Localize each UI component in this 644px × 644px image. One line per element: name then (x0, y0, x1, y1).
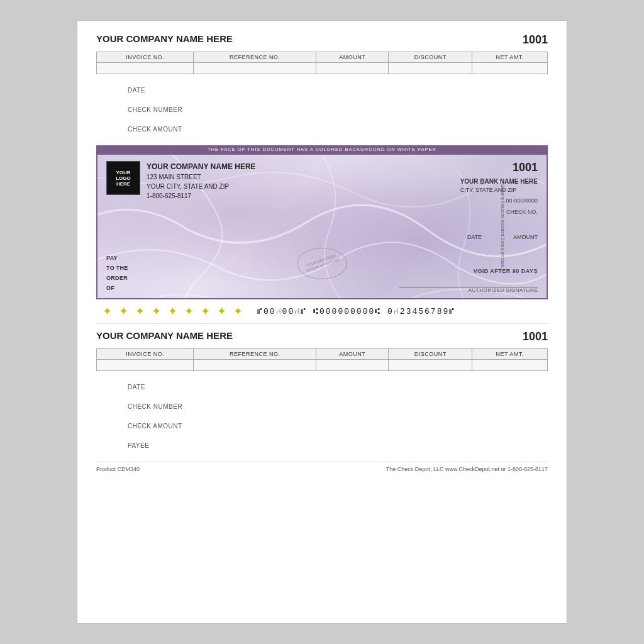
pay-line1: PAY (106, 253, 128, 263)
check-number: 1001 (460, 161, 538, 174)
bottom-cell-net (472, 360, 548, 371)
bottom-stub-fields: DATE CHECK NUMBER CHECK AMOUNT PAYEE (96, 380, 548, 449)
oval-text: FOUR PER PAGEORDER WITH EASE (304, 253, 340, 274)
bottom-col-amount: AMOUNT (316, 349, 389, 360)
check-date-label: DATE (467, 234, 482, 240)
bottom-col-reference-no: REFERENCE NO. (194, 349, 316, 360)
micr-stars: ✦ ✦ ✦ ✦ ✦ ✦ ✦ ✦ ✦ (103, 304, 245, 318)
bottom-cell-reference (194, 360, 316, 371)
pay-line3: ORDER (106, 273, 128, 283)
void-label: VOID AFTER 90 DAYS (399, 268, 538, 274)
bottom-check-number: 1001 (523, 330, 548, 343)
logo-line1: YOUR (116, 170, 130, 175)
security-banner: THE FACE OF THIS DOCUMENT HAS A COLORED … (96, 145, 548, 153)
top-stub-fields: DATE CHECK NUMBER CHECK AMOUNT (96, 83, 548, 133)
check-address1: 123 MAIN STREET (147, 172, 256, 182)
cell-invoice-no (97, 63, 194, 74)
bottom-stub: YOUR COMPANY NAME HERE 1001 INVOICE NO. … (96, 324, 548, 449)
check-oval-watermark: FOUR PER PAGEORDER WITH EASE (297, 248, 347, 279)
pay-line2: TO THE (106, 263, 128, 273)
check-section: YOUR LOGO HERE YOUR COMPANY NAME HERE 12… (96, 153, 548, 299)
cell-amount (316, 63, 389, 74)
footer-company: The Check Depot, LLC www.CheckDepot.net … (386, 466, 548, 472)
check-amount-label: AMOUNT (513, 234, 538, 240)
security-side-label: Security Features Included Details on ba… (501, 184, 506, 269)
check-phone: 1-800-625-8117 (147, 191, 256, 201)
bottom-check-amount-field: CHECK AMOUNT (128, 423, 548, 430)
authorized-signature-label: AUTHORIZED SIGNATURE (399, 287, 538, 293)
col-net-amt: NET AMT. (472, 52, 548, 63)
check-left-info: YOUR LOGO HERE YOUR COMPANY NAME HERE 12… (106, 161, 256, 201)
bank-name: YOUR BANK NAME HERE (460, 177, 538, 186)
pay-line4: OF (106, 283, 128, 293)
logo-line2: LOGO (116, 175, 131, 181)
cell-reference-no (194, 63, 316, 74)
cell-discount (388, 63, 472, 74)
check-void-sig: VOID AFTER 90 DAYS AUTHORIZED SIGNATURE (399, 264, 538, 293)
cell-net-amt (472, 63, 548, 74)
bottom-cell-discount (388, 360, 472, 371)
footer-product: Product CDM340 (96, 466, 140, 472)
top-date-field: DATE (128, 87, 548, 94)
top-stub-header: YOUR COMPANY NAME HERE 1001 (96, 33, 548, 47)
page-footer: Product CDM340 The Check Depot, LLC www.… (96, 462, 548, 472)
bottom-payee-field: PAYEE (128, 442, 548, 449)
top-stub-table: INVOICE NO. REFERENCE NO. AMOUNT DISCOUN… (96, 52, 548, 74)
check-top-row: YOUR LOGO HERE YOUR COMPANY NAME HERE 12… (106, 161, 538, 215)
top-company-name: YOUR COMPANY NAME HERE (96, 33, 233, 44)
bottom-col-invoice-no: INVOICE NO. (97, 349, 194, 360)
top-stub: YOUR COMPANY NAME HERE 1001 INVOICE NO. … (96, 33, 548, 133)
check-bank-info: YOUR BANK NAME HERE CITY, STATE AND ZIP (460, 177, 538, 195)
bottom-date-field: DATE (128, 384, 548, 391)
logo-line3: HERE (116, 181, 130, 187)
bottom-check-number-field: CHECK NUMBER (128, 403, 548, 410)
bottom-stub-header: YOUR COMPANY NAME HERE 1001 (96, 330, 548, 343)
micr-numbers: ⑈00⑁00⑁⑈ ⑆000000000⑆ 0⑁23456789⑈ (257, 307, 455, 316)
bottom-col-net-amt: NET AMT. (472, 349, 548, 360)
check-address2: YOUR CITY, STATE AND ZIP (147, 182, 256, 191)
document-page: YOUR COMPANY NAME HERE 1001 INVOICE NO. … (77, 20, 567, 624)
micr-section: ✦ ✦ ✦ ✦ ✦ ✦ ✦ ✦ ✦ ⑈00⑁00⑁⑈ ⑆000000000⑆ 0… (96, 299, 548, 324)
top-check-number-field: CHECK NUMBER (128, 106, 548, 113)
check-no-label: CHECK NO. (460, 209, 538, 215)
check-right-info: 1001 YOUR BANK NAME HERE CITY, STATE AND… (460, 161, 538, 215)
bottom-col-discount: DISCOUNT (388, 349, 472, 360)
bottom-cell-invoice (97, 360, 194, 371)
check-date-amount-row: DATE AMOUNT (106, 234, 538, 240)
col-discount: DISCOUNT (388, 52, 472, 63)
bottom-cell-amount (316, 360, 389, 371)
bank-address: CITY, STATE AND ZIP (460, 186, 538, 195)
top-check-amount-field: CHECK AMOUNT (128, 126, 548, 133)
check-pay-to: PAY TO THE ORDER OF (106, 253, 128, 294)
top-check-number: 1001 (523, 33, 548, 47)
bottom-stub-table: INVOICE NO. REFERENCE NO. AMOUNT DISCOUN… (96, 348, 548, 371)
col-reference-no: REFERENCE NO. (194, 52, 316, 63)
col-invoice-no: INVOICE NO. (97, 52, 194, 63)
bottom-company-name: YOUR COMPANY NAME HERE (96, 330, 233, 341)
col-amount: AMOUNT (316, 52, 389, 63)
check-company-info: YOUR COMPANY NAME HERE 123 MAIN STREET Y… (147, 161, 256, 201)
company-logo: YOUR LOGO HERE (106, 161, 140, 195)
check-company-name: YOUR COMPANY NAME HERE (147, 161, 256, 172)
check-routing: 00-000/0000 (460, 197, 538, 204)
check-inner: YOUR LOGO HERE YOUR COMPANY NAME HERE 12… (97, 155, 547, 298)
